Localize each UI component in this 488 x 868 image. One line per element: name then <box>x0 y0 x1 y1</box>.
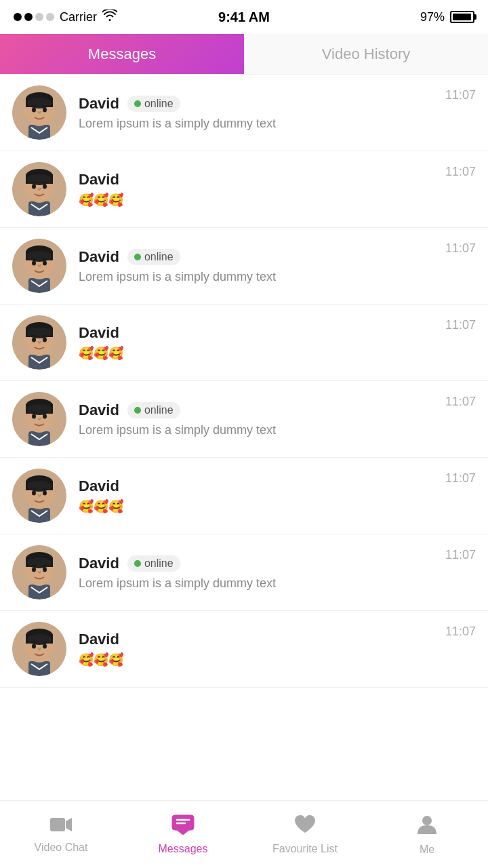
online-label: online <box>144 557 174 570</box>
wifi-icon <box>102 9 117 25</box>
message-time: 11:07 <box>445 471 476 486</box>
svg-point-58 <box>24 491 28 498</box>
list-item[interactable]: David online Lorem ipsum is a simply dum… <box>0 381 488 458</box>
online-label: online <box>144 98 174 110</box>
list-item[interactable]: David 🥰🥰🥰 11:07 <box>0 151 488 228</box>
svg-point-79 <box>51 644 56 651</box>
list-item[interactable]: David online Lorem ipsum is a simply dum… <box>0 75 488 151</box>
video-chat-icon <box>49 815 73 838</box>
list-item[interactable]: David 🥰🥰🥰 11:07 <box>0 304 488 381</box>
signal-dots <box>14 13 54 21</box>
message-header: David online <box>79 401 433 419</box>
contact-name: David <box>79 401 119 419</box>
svg-point-55 <box>27 481 52 492</box>
tab-messages[interactable]: Messages <box>0 34 244 74</box>
battery-percent: 97% <box>420 10 445 24</box>
online-dot <box>134 254 141 260</box>
nav-me[interactable]: Me <box>366 814 488 856</box>
svg-marker-83 <box>177 830 189 835</box>
message-preview: Lorem ipsum is a simply dummy text <box>79 423 433 437</box>
svg-point-5 <box>27 98 52 108</box>
message-content: David 🥰🥰🥰 <box>79 477 433 514</box>
status-bar: Carrier 9:41 AM 97% <box>0 0 488 34</box>
message-content: David online Lorem ipsum is a simply dum… <box>79 401 433 437</box>
list-item[interactable]: David 🥰🥰🥰 11:07 <box>0 458 488 534</box>
avatar <box>12 469 66 523</box>
svg-point-68 <box>24 568 28 574</box>
list-item[interactable]: David online Lorem ipsum is a simply dum… <box>0 228 488 304</box>
status-time: 9:41 AM <box>218 9 270 25</box>
svg-point-75 <box>27 634 52 645</box>
status-left: Carrier <box>14 9 117 25</box>
message-content: David online Lorem ipsum is a simply dum… <box>79 555 433 591</box>
svg-point-18 <box>24 184 28 191</box>
message-list: David online Lorem ipsum is a simply dum… <box>0 75 488 688</box>
nav-favourite-list[interactable]: Favourite List <box>244 814 366 855</box>
list-item[interactable]: David 🥰🥰🥰 11:07 <box>0 611 488 688</box>
svg-point-48 <box>24 414 28 421</box>
svg-point-56 <box>32 491 36 496</box>
message-content: David online Lorem ipsum is a simply dum… <box>79 248 433 284</box>
svg-point-78 <box>24 644 28 651</box>
message-content: David 🥰🥰🥰 <box>79 324 433 361</box>
svg-point-37 <box>43 338 47 342</box>
svg-rect-80 <box>50 818 65 831</box>
contact-name: David <box>79 324 119 342</box>
message-time: 11:07 <box>445 318 476 332</box>
nav-me-label: Me <box>420 844 434 856</box>
online-label: online <box>144 404 174 416</box>
signal-dot-4 <box>46 13 54 21</box>
svg-point-45 <box>27 404 52 415</box>
avatar <box>12 315 66 370</box>
message-preview: Lorem ipsum is a simply dummy text <box>79 117 433 131</box>
avatar <box>12 545 66 599</box>
svg-point-57 <box>43 491 47 496</box>
online-dot <box>134 100 141 107</box>
contact-name: David <box>79 477 119 495</box>
list-item[interactable]: David online Lorem ipsum is a simply dum… <box>0 534 488 611</box>
online-badge: online <box>127 402 180 418</box>
message-time: 11:07 <box>445 625 476 639</box>
svg-point-77 <box>43 644 47 649</box>
svg-marker-81 <box>66 818 72 831</box>
avatar <box>12 239 66 293</box>
avatar <box>12 622 66 676</box>
message-preview: 🥰🥰🥰 <box>79 652 433 667</box>
message-header: David <box>79 631 433 648</box>
online-label: online <box>144 251 174 263</box>
nav-video-chat[interactable]: Video Chat <box>0 815 122 854</box>
top-tabs: Messages Video History <box>0 34 488 75</box>
svg-point-28 <box>24 261 28 268</box>
svg-point-6 <box>32 108 36 113</box>
message-content: David 🥰🥰🥰 <box>79 631 433 667</box>
svg-point-76 <box>32 644 36 649</box>
online-dot <box>134 407 141 414</box>
message-header: David <box>79 171 433 189</box>
svg-point-36 <box>32 338 36 342</box>
message-preview: Lorem ipsum is a simply dummy text <box>79 576 433 591</box>
nav-video-chat-label: Video Chat <box>35 842 88 854</box>
svg-point-65 <box>27 557 52 568</box>
svg-point-7 <box>43 108 47 113</box>
svg-point-15 <box>27 174 52 185</box>
message-time: 11:07 <box>445 548 476 562</box>
bottom-nav: Video Chat Messages Favourite List <box>0 800 488 868</box>
message-content: David online Lorem ipsum is a simply dum… <box>79 95 433 131</box>
svg-point-26 <box>32 261 36 266</box>
svg-point-66 <box>32 568 36 572</box>
contact-name: David <box>79 171 119 189</box>
message-preview: 🥰🥰🥰 <box>79 499 433 514</box>
message-preview: 🥰🥰🥰 <box>79 193 433 208</box>
svg-point-38 <box>24 338 28 344</box>
svg-point-67 <box>43 568 47 572</box>
svg-point-59 <box>51 491 56 498</box>
svg-point-39 <box>51 338 56 344</box>
online-badge: online <box>127 555 180 572</box>
message-header: David online <box>79 95 433 113</box>
contact-name: David <box>79 631 119 648</box>
nav-messages[interactable]: Messages <box>122 814 244 855</box>
svg-point-25 <box>27 251 52 262</box>
tab-video-history[interactable]: Video History <box>244 34 488 74</box>
contact-name: David <box>79 95 119 113</box>
content-wrap: David online Lorem ipsum is a simply dum… <box>0 75 488 755</box>
